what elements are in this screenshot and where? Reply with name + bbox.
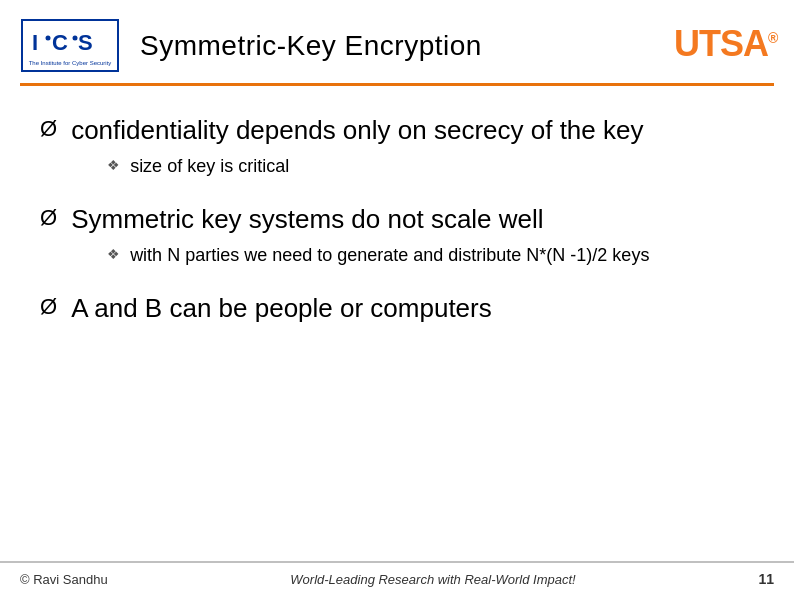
- ics-logo-icon: I C S The Institute for Cyber Security: [20, 18, 120, 73]
- bullet-arrow-2: Ø: [40, 205, 57, 231]
- bullet-3-text: A and B can be people or computers: [71, 292, 492, 326]
- page-title: Symmetric-Key Encryption: [140, 30, 482, 62]
- svg-text:S: S: [78, 30, 93, 55]
- svg-text:I: I: [32, 30, 38, 55]
- sub-diamond-2-icon: ❖: [107, 246, 120, 262]
- sub-bullet-1-1-text: size of key is critical: [130, 154, 289, 179]
- header-left: I C S The Institute for Cyber Security S…: [20, 18, 482, 73]
- svg-point-2: [46, 36, 51, 41]
- sub-bullets-1: ❖ size of key is critical: [107, 154, 643, 179]
- bullet-1-text: confidentiality depends only on secrecy …: [71, 114, 643, 148]
- svg-point-4: [73, 36, 78, 41]
- sub-bullet-1-1: ❖ size of key is critical: [107, 154, 643, 179]
- bullet-2: Ø Symmetric key systems do not scale wel…: [40, 203, 754, 274]
- bullet-arrow-1: Ø: [40, 116, 57, 142]
- sub-bullet-2-1: ❖ with N parties we need to generate and…: [107, 243, 649, 268]
- bullet-arrow-3: Ø: [40, 294, 57, 320]
- header: I C S The Institute for Cyber Security S…: [0, 0, 794, 83]
- bullet-1: Ø confidentiality depends only on secrec…: [40, 114, 754, 185]
- footer-copyright: © Ravi Sandhu: [20, 572, 108, 587]
- main-content: Ø confidentiality depends only on secrec…: [0, 86, 794, 364]
- sub-bullet-2-1-text: with N parties we need to generate and d…: [130, 243, 649, 268]
- bullet-2-text: Symmetric key systems do not scale well: [71, 203, 649, 237]
- utsa-logo-icon: UTSA®: [674, 23, 764, 68]
- footer-page-number: 11: [758, 571, 774, 587]
- bullet-3: Ø A and B can be people or computers: [40, 292, 754, 326]
- sub-diamond-icon: ❖: [107, 157, 120, 173]
- svg-text:The Institute for Cyber Securi: The Institute for Cyber Security: [29, 60, 112, 66]
- footer-tagline: World-Leading Research with Real-World I…: [128, 572, 739, 587]
- footer: © Ravi Sandhu World-Leading Research wit…: [0, 561, 794, 595]
- svg-text:C: C: [52, 30, 68, 55]
- sub-bullets-2: ❖ with N parties we need to generate and…: [107, 243, 649, 268]
